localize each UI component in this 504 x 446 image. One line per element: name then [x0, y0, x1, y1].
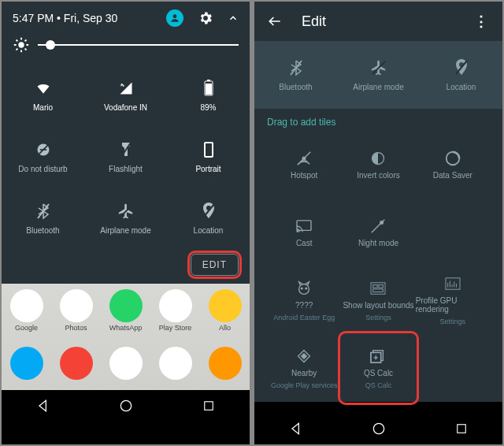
- app-label: WhatsApp: [109, 324, 143, 332]
- status-bar: 5:47 PM • Fri, Sep 30: [2, 2, 250, 32]
- qs-tile-nearby[interactable]: NearbyGoogle Play services: [267, 334, 341, 402]
- bounds-icon: [369, 280, 387, 297]
- qs-tile-airplane[interactable]: Airplane mode: [337, 47, 420, 102]
- qs-tile-bounds[interactable]: Show layout boundsSettings: [341, 266, 415, 334]
- tile-label: Vodafone IN: [104, 103, 147, 112]
- nav-home-icon[interactable]: [118, 398, 134, 414]
- app-icon[interactable]: [10, 347, 43, 380]
- app-label: Photos: [65, 324, 87, 332]
- svg-text:×: ×: [120, 82, 122, 87]
- tile-sublabel: Google Play services: [271, 381, 338, 389]
- svg-rect-31: [379, 284, 383, 288]
- nearby-icon: [295, 348, 313, 365]
- chevron-up-icon[interactable]: [228, 13, 239, 24]
- dnd-icon: [35, 141, 52, 158]
- qs-tile-gpu[interactable]: Profile GPU renderingSettings: [416, 266, 490, 334]
- app-Play Store[interactable]: Play Store: [159, 289, 192, 332]
- svg-point-37: [374, 423, 384, 433]
- svg-point-28: [306, 288, 307, 289]
- gpu-icon: [444, 275, 461, 292]
- tile-label: QS Calc: [364, 369, 393, 377]
- app-label: Allo: [219, 324, 231, 332]
- app-icon: [10, 347, 43, 380]
- tile-label: Location: [194, 226, 224, 235]
- account-icon[interactable]: [166, 9, 183, 27]
- app-WhatsApp[interactable]: WhatsApp: [109, 289, 143, 332]
- brightness-slider[interactable]: [2, 32, 250, 65]
- app-icon: [60, 347, 93, 380]
- tile-label: Location: [447, 83, 476, 91]
- app-Google[interactable]: Google: [10, 289, 43, 332]
- app-icon: [60, 289, 93, 322]
- back-arrow-icon[interactable]: [267, 13, 283, 29]
- qs-tile-qscalc[interactable]: QS CalcQS Calc: [341, 334, 415, 402]
- svg-rect-23: [297, 221, 311, 231]
- app-icon: [10, 289, 43, 322]
- location-icon: [200, 203, 217, 220]
- qs-tile-dnd[interactable]: Do not disturb: [2, 126, 84, 188]
- qs-tile-signal-off[interactable]: ×Vodafone IN: [84, 65, 167, 126]
- tile-sublabel: QS Calc: [365, 381, 392, 389]
- nav-home-icon[interactable]: [371, 421, 387, 437]
- app-icon[interactable]: [209, 347, 242, 380]
- qs-tile-flashlight[interactable]: Flashlight: [84, 126, 167, 188]
- brightness-icon: [13, 36, 30, 54]
- svg-point-0: [173, 14, 177, 18]
- overflow-menu-icon[interactable]: ⋮: [474, 13, 490, 30]
- tile-label: Mario: [33, 103, 53, 112]
- tile-sublabel: Settings: [440, 318, 466, 325]
- nav-back-icon[interactable]: [288, 421, 304, 437]
- screenshot-right: Edit ⋮ BluetoothAirplane modeLocation Dr…: [254, 2, 502, 444]
- brightness-track[interactable]: [38, 44, 239, 46]
- edit-button[interactable]: EDIT: [191, 254, 239, 276]
- cast-icon: [295, 217, 313, 235]
- qs-tile-bluetooth[interactable]: Bluetooth: [254, 47, 337, 102]
- tile-label: Airplane mode: [353, 83, 403, 91]
- tile-label: Hotspot: [291, 171, 317, 180]
- tile-label: Night mode: [358, 239, 398, 247]
- qs-tile-location[interactable]: Location: [420, 47, 502, 102]
- svg-rect-5: [207, 80, 210, 81]
- svg-point-27: [301, 288, 302, 289]
- svg-point-24: [297, 230, 298, 232]
- qs-tile-location[interactable]: Location: [167, 188, 250, 249]
- nav-back-icon[interactable]: [35, 398, 51, 414]
- status-clock: 5:47 PM • Fri, Sep 30: [13, 12, 117, 24]
- invert-icon: [369, 150, 387, 167]
- tile-label: Airplane mode: [100, 226, 150, 235]
- app-Photos[interactable]: Photos: [60, 289, 93, 332]
- qs-tile-invert[interactable]: Invert colors: [341, 131, 415, 199]
- navigation-bar: [254, 413, 502, 444]
- tile-label: Profile GPU rendering: [416, 296, 490, 314]
- nav-recents-icon[interactable]: [454, 422, 469, 436]
- qs-tile-wifi[interactable]: Mario: [2, 65, 84, 126]
- quick-settings-panel: 5:47 PM • Fri, Sep 30: [2, 2, 250, 284]
- qs-tile-airplane[interactable]: Airplane mode: [84, 188, 167, 249]
- app-label: Play Store: [159, 324, 192, 332]
- qs-tile-datasaver[interactable]: Data Saver: [416, 131, 490, 199]
- qs-tile-cat[interactable]: ????Android Easter Egg: [267, 266, 341, 334]
- tile-label: Bluetooth: [279, 83, 312, 91]
- app-icon[interactable]: [159, 347, 192, 380]
- settings-icon[interactable]: [198, 10, 213, 26]
- screenshot-left: 5:47 PM • Fri, Sep 30: [2, 2, 250, 444]
- qs-tile-battery[interactable]: 89%: [167, 65, 250, 126]
- svg-rect-38: [458, 425, 466, 433]
- app-icon[interactable]: [109, 347, 143, 380]
- tile-label: ????: [295, 301, 313, 310]
- app-Allo[interactable]: Allo: [209, 289, 242, 332]
- nav-recents-icon[interactable]: [202, 399, 216, 413]
- qs-tile-hotspot[interactable]: Hotspot: [267, 131, 341, 199]
- svg-rect-29: [371, 282, 385, 293]
- qs-tile-cast[interactable]: Cast: [267, 199, 341, 266]
- app-icon: [109, 347, 143, 380]
- tile-label: Nearby: [291, 369, 317, 377]
- tile-label: Cast: [296, 239, 313, 247]
- svg-rect-4: [206, 84, 212, 95]
- tile-label: Invert colors: [357, 171, 399, 180]
- qs-tile-portrait[interactable]: Portrait: [167, 126, 250, 188]
- app-icon[interactable]: [60, 347, 93, 380]
- qs-tile-bluetooth[interactable]: Bluetooth: [2, 188, 84, 249]
- svg-point-14: [121, 400, 132, 411]
- qs-tile-night[interactable]: Night mode: [341, 199, 415, 266]
